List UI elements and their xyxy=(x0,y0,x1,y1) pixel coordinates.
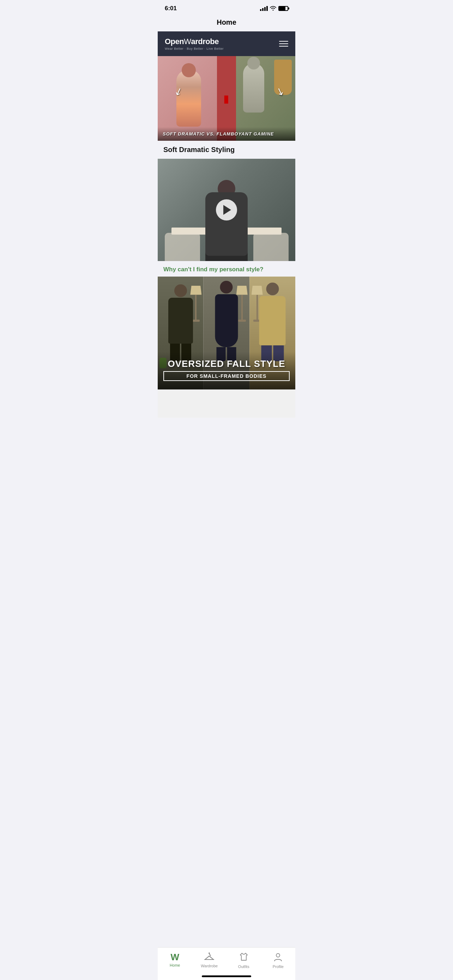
status-icons xyxy=(260,6,288,12)
soft-dramatic-image: ▮ ↙ ↘ SOFT DRAMATIC VS. FLAMBOYANT GAMIN… xyxy=(158,56,295,141)
battery-icon xyxy=(278,6,288,11)
soft-dramatic-title: Soft Dramatic Styling xyxy=(158,141,295,159)
fall-subtitle-box: FOR SMALL-FRAMED BODIES xyxy=(163,371,290,381)
oversized-fall-image: OVERSIZED FALL STYLE FOR SMALL-FRAMED BO… xyxy=(158,277,295,390)
collage-label: SOFT DRAMATIC VS. FLAMBOYANT GAMINE xyxy=(163,131,290,137)
fall-title-line2: FOR SMALL-FRAMED BODIES xyxy=(168,373,285,379)
collage-text-overlay: SOFT DRAMATIC VS. FLAMBOYANT GAMINE xyxy=(158,127,295,141)
logo-text: OpenWardrobe xyxy=(165,37,224,46)
personal-style-video[interactable] xyxy=(158,159,295,261)
logo-subtitle: Wear Better · Buy Better · Live Better xyxy=(165,47,224,51)
page-title-bar: Home xyxy=(158,15,295,32)
soft-dramatic-card[interactable]: ▮ ↙ ↘ SOFT DRAMATIC VS. FLAMBOYANT GAMIN… xyxy=(158,56,295,159)
status-time: 6:01 xyxy=(165,5,177,12)
status-bar: 6:01 xyxy=(158,0,295,15)
wifi-icon xyxy=(270,6,276,12)
fall-text-overlay: OVERSIZED FALL STYLE FOR SMALL-FRAMED BO… xyxy=(158,352,295,390)
hamburger-menu-button[interactable] xyxy=(279,41,288,46)
signal-bars-icon xyxy=(260,6,268,11)
play-button[interactable] xyxy=(216,199,237,221)
oversized-fall-card[interactable]: OVERSIZED FALL STYLE FOR SMALL-FRAMED BO… xyxy=(158,277,295,390)
scroll-content: ▮ ↙ ↘ SOFT DRAMATIC VS. FLAMBOYANT GAMIN… xyxy=(158,56,295,418)
fall-title-line1: OVERSIZED FALL STYLE xyxy=(163,359,290,369)
app-header: OpenWardrobe Wear Better · Buy Better · … xyxy=(158,32,295,56)
logo: OpenWardrobe Wear Better · Buy Better · … xyxy=(165,37,224,51)
page-title: Home xyxy=(158,18,295,27)
personal-style-title: Why can't I find my personal style? xyxy=(158,261,295,277)
personal-style-card[interactable]: Why can't I find my personal style? xyxy=(158,159,295,277)
